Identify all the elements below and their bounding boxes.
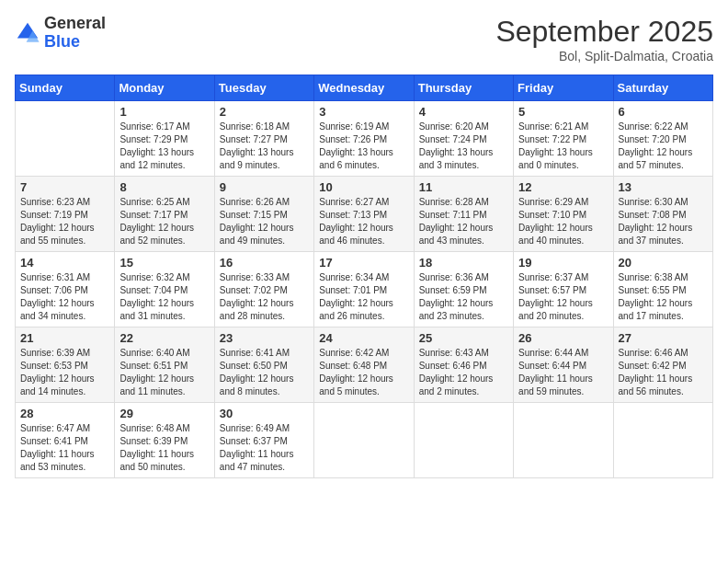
calendar-cell: 21Sunrise: 6:39 AM Sunset: 6:53 PM Dayli… (16, 327, 115, 403)
calendar-cell: 17Sunrise: 6:34 AM Sunset: 7:01 PM Dayli… (314, 252, 414, 327)
calendar-cell: 14Sunrise: 6:31 AM Sunset: 7:06 PM Dayli… (16, 252, 115, 327)
day-info: Sunrise: 6:36 AM Sunset: 6:59 PM Dayligh… (419, 271, 508, 323)
calendar-cell: 13Sunrise: 6:30 AM Sunset: 7:08 PM Dayli… (613, 177, 712, 252)
day-info: Sunrise: 6:19 AM Sunset: 7:26 PM Dayligh… (319, 121, 408, 172)
day-info: Sunrise: 6:39 AM Sunset: 6:53 PM Dayligh… (20, 347, 109, 398)
day-number: 22 (119, 331, 209, 345)
day-number: 25 (419, 331, 508, 345)
weekday-header-saturday: Saturday (613, 75, 712, 101)
day-number: 9 (220, 180, 309, 194)
day-number: 21 (20, 331, 109, 345)
calendar-cell: 19Sunrise: 6:37 AM Sunset: 6:57 PM Dayli… (514, 252, 613, 327)
day-number: 16 (220, 256, 309, 270)
day-info: Sunrise: 6:28 AM Sunset: 7:11 PM Dayligh… (419, 196, 508, 247)
page-header: General Blue September 2025 Bol, Split-D… (15, 15, 713, 63)
day-info: Sunrise: 6:17 AM Sunset: 7:29 PM Dayligh… (119, 121, 209, 172)
weekday-header-friday: Friday (514, 75, 613, 101)
calendar-cell: 11Sunrise: 6:28 AM Sunset: 7:11 PM Dayli… (414, 177, 513, 252)
day-number: 27 (619, 331, 708, 345)
day-info: Sunrise: 6:43 AM Sunset: 6:46 PM Dayligh… (419, 347, 508, 398)
calendar-cell: 23Sunrise: 6:41 AM Sunset: 6:50 PM Dayli… (214, 327, 313, 403)
day-info: Sunrise: 6:30 AM Sunset: 7:08 PM Dayligh… (619, 196, 708, 247)
logo-general: General (44, 15, 106, 33)
weekday-header-row: SundayMondayTuesdayWednesdayThursdayFrid… (16, 75, 713, 101)
day-number: 10 (319, 180, 408, 194)
calendar-cell: 12Sunrise: 6:29 AM Sunset: 7:10 PM Dayli… (514, 177, 613, 252)
calendar-cell: 24Sunrise: 6:42 AM Sunset: 6:48 PM Dayli… (314, 327, 414, 403)
day-number: 17 (319, 256, 408, 270)
day-info: Sunrise: 6:37 AM Sunset: 6:57 PM Dayligh… (518, 271, 608, 323)
day-number: 13 (619, 180, 708, 194)
day-info: Sunrise: 6:20 AM Sunset: 7:24 PM Dayligh… (419, 121, 508, 172)
logo-blue: Blue (44, 33, 106, 52)
calendar-cell (314, 403, 414, 478)
calendar-cell: 30Sunrise: 6:49 AM Sunset: 6:37 PM Dayli… (214, 403, 313, 478)
day-number: 6 (619, 105, 708, 119)
calendar-cell: 9Sunrise: 6:26 AM Sunset: 7:15 PM Daylig… (214, 177, 313, 252)
calendar-cell (514, 403, 613, 478)
calendar-table: SundayMondayTuesdayWednesdayThursdayFrid… (15, 75, 713, 478)
calendar-cell: 4Sunrise: 6:20 AM Sunset: 7:24 PM Daylig… (414, 101, 513, 177)
day-info: Sunrise: 6:21 AM Sunset: 7:22 PM Dayligh… (518, 121, 608, 172)
logo: General Blue (15, 15, 106, 52)
calendar-cell: 8Sunrise: 6:25 AM Sunset: 7:17 PM Daylig… (115, 177, 214, 252)
calendar-week-row: 1Sunrise: 6:17 AM Sunset: 7:29 PM Daylig… (16, 101, 713, 177)
calendar-cell: 3Sunrise: 6:19 AM Sunset: 7:26 PM Daylig… (314, 101, 414, 177)
weekday-header-sunday: Sunday (16, 75, 115, 101)
day-number: 20 (619, 256, 708, 270)
day-info: Sunrise: 6:31 AM Sunset: 7:06 PM Dayligh… (20, 271, 109, 323)
day-number: 28 (20, 407, 109, 420)
day-number: 23 (220, 331, 309, 345)
calendar-cell (414, 403, 513, 478)
day-number: 1 (119, 105, 209, 119)
calendar-week-row: 14Sunrise: 6:31 AM Sunset: 7:06 PM Dayli… (16, 252, 713, 327)
calendar-cell: 29Sunrise: 6:48 AM Sunset: 6:39 PM Dayli… (115, 403, 214, 478)
calendar-cell: 5Sunrise: 6:21 AM Sunset: 7:22 PM Daylig… (514, 101, 613, 177)
calendar-cell: 10Sunrise: 6:27 AM Sunset: 7:13 PM Dayli… (314, 177, 414, 252)
day-info: Sunrise: 6:26 AM Sunset: 7:15 PM Dayligh… (220, 196, 309, 247)
month-title: September 2025 (495, 15, 713, 49)
title-block: September 2025 Bol, Split-Dalmatia, Croa… (495, 15, 713, 63)
logo-text: General Blue (44, 15, 106, 52)
day-number: 30 (220, 407, 309, 420)
day-info: Sunrise: 6:33 AM Sunset: 7:02 PM Dayligh… (220, 271, 309, 323)
calendar-cell: 26Sunrise: 6:44 AM Sunset: 6:44 PM Dayli… (514, 327, 613, 403)
day-info: Sunrise: 6:46 AM Sunset: 6:42 PM Dayligh… (619, 347, 708, 398)
calendar-cell: 16Sunrise: 6:33 AM Sunset: 7:02 PM Dayli… (214, 252, 313, 327)
calendar-cell (613, 403, 712, 478)
day-number: 26 (518, 331, 608, 345)
day-info: Sunrise: 6:18 AM Sunset: 7:27 PM Dayligh… (220, 121, 309, 172)
day-info: Sunrise: 6:25 AM Sunset: 7:17 PM Dayligh… (119, 196, 209, 247)
calendar-cell: 2Sunrise: 6:18 AM Sunset: 7:27 PM Daylig… (214, 101, 313, 177)
calendar-week-row: 21Sunrise: 6:39 AM Sunset: 6:53 PM Dayli… (16, 327, 713, 403)
calendar-cell: 6Sunrise: 6:22 AM Sunset: 7:20 PM Daylig… (613, 101, 712, 177)
day-number: 3 (319, 105, 408, 119)
day-info: Sunrise: 6:41 AM Sunset: 6:50 PM Dayligh… (220, 347, 309, 398)
weekday-header-monday: Monday (115, 75, 214, 101)
day-info: Sunrise: 6:29 AM Sunset: 7:10 PM Dayligh… (518, 196, 608, 247)
day-number: 14 (20, 256, 109, 270)
day-info: Sunrise: 6:42 AM Sunset: 6:48 PM Dayligh… (319, 347, 408, 398)
day-info: Sunrise: 6:47 AM Sunset: 6:41 PM Dayligh… (20, 422, 109, 474)
calendar-cell: 22Sunrise: 6:40 AM Sunset: 6:51 PM Dayli… (115, 327, 214, 403)
day-number: 18 (419, 256, 508, 270)
calendar-cell (16, 101, 115, 177)
day-number: 7 (20, 180, 109, 194)
day-info: Sunrise: 6:27 AM Sunset: 7:13 PM Dayligh… (319, 196, 408, 247)
calendar-week-row: 7Sunrise: 6:23 AM Sunset: 7:19 PM Daylig… (16, 177, 713, 252)
calendar-cell: 25Sunrise: 6:43 AM Sunset: 6:46 PM Dayli… (414, 327, 513, 403)
weekday-header-thursday: Thursday (414, 75, 513, 101)
calendar-cell: 1Sunrise: 6:17 AM Sunset: 7:29 PM Daylig… (115, 101, 214, 177)
calendar-cell: 7Sunrise: 6:23 AM Sunset: 7:19 PM Daylig… (16, 177, 115, 252)
weekday-header-tuesday: Tuesday (214, 75, 313, 101)
day-info: Sunrise: 6:48 AM Sunset: 6:39 PM Dayligh… (119, 422, 209, 474)
day-number: 24 (319, 331, 408, 345)
day-info: Sunrise: 6:38 AM Sunset: 6:55 PM Dayligh… (619, 271, 708, 323)
day-number: 19 (518, 256, 608, 270)
day-info: Sunrise: 6:32 AM Sunset: 7:04 PM Dayligh… (119, 271, 209, 323)
day-info: Sunrise: 6:23 AM Sunset: 7:19 PM Dayligh… (20, 196, 109, 247)
day-number: 29 (119, 407, 209, 420)
day-number: 8 (119, 180, 209, 194)
location-subtitle: Bol, Split-Dalmatia, Croatia (495, 49, 713, 63)
day-number: 5 (518, 105, 608, 119)
